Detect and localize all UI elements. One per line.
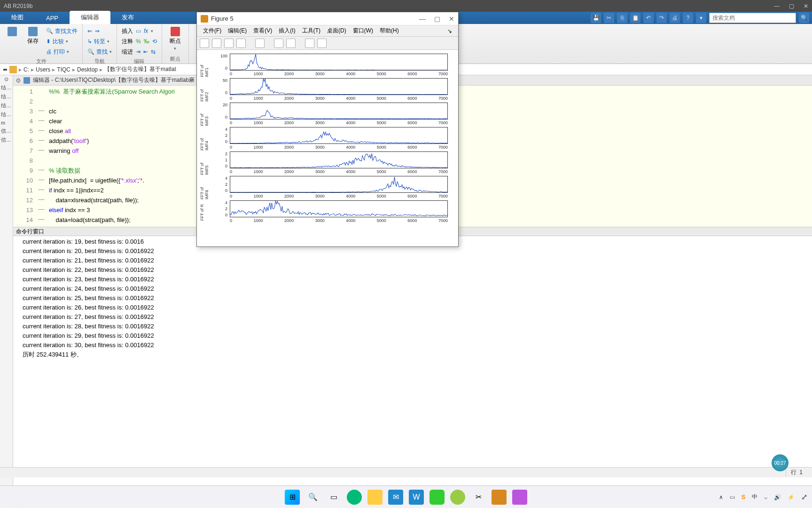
folder-icon[interactable]	[9, 66, 17, 73]
redo-icon[interactable]: ↷	[656, 13, 667, 23]
goto-button[interactable]: ↳ 转至 ▾	[87, 38, 109, 46]
cut-icon[interactable]: ✂	[604, 13, 614, 23]
chevron-icon[interactable]: ⊙	[16, 77, 21, 84]
menu-edit[interactable]: 编辑(E)	[225, 27, 250, 35]
left-tab-0[interactable]: 结果...	[0, 83, 13, 92]
figure-axes-area[interactable]: FFT of IMF110000100020003000400050006000…	[197, 50, 458, 246]
menu-insert[interactable]: 插入(I)	[275, 27, 298, 35]
command-window[interactable]: current iteration is: 19, best fitness i…	[13, 236, 812, 498]
help-icon[interactable]: ?	[683, 13, 693, 23]
browser-icon[interactable]	[450, 490, 465, 505]
wrap-btn[interactable]: ⟲	[152, 38, 157, 45]
left-dock-tabs: ⊙ 结果... 结果... 结果... 结果... m 信号... 信号...	[0, 75, 13, 508]
fig-close[interactable]: ✕	[449, 15, 454, 23]
start-button[interactable]: ⊞	[285, 490, 300, 505]
figure-titlebar[interactable]: Figure 5 — ▢ ✕	[197, 12, 458, 25]
comment-btn[interactable]: %	[136, 38, 141, 45]
indent-btn[interactable]: ⇥	[136, 48, 141, 55]
figure-window[interactable]: Figure 5 — ▢ ✕ 文件(F) 编辑(E) 查看(V) 插入(I) 工…	[196, 12, 459, 247]
paste-icon[interactable]: 📋	[630, 13, 640, 23]
dropdown-icon[interactable]: ▾	[696, 13, 706, 23]
insert-fx[interactable]: fx	[144, 28, 148, 34]
window-titlebar: AB R2019b — ▢ ✕	[0, 0, 812, 12]
group-edit-label: 编辑	[122, 58, 157, 65]
edge-icon[interactable]	[347, 490, 362, 505]
search-docs-input[interactable]	[709, 13, 796, 23]
menu-window[interactable]: 窗口(W)	[350, 27, 376, 35]
mail-icon[interactable]: ✉	[388, 490, 403, 505]
tab-apps[interactable]: APP	[35, 12, 70, 24]
arrow-icon[interactable]	[305, 39, 314, 48]
uncomment-btn[interactable]: ‰	[144, 38, 149, 45]
tray-app-icon[interactable]: ▭	[730, 494, 735, 500]
new-fig-icon[interactable]	[200, 39, 209, 48]
menu-desktop[interactable]: 桌面(D)	[324, 27, 350, 35]
fig-minimize[interactable]: —	[419, 15, 426, 23]
tab-publish[interactable]: 发布	[110, 11, 145, 24]
search-tb-icon[interactable]: 🔍	[305, 490, 320, 505]
minimize-button[interactable]: —	[774, 3, 780, 9]
left-tab-2[interactable]: 结果...	[0, 101, 13, 110]
print-button[interactable]: 🖨 打印 ▾	[46, 48, 69, 56]
save-fig-icon[interactable]	[224, 39, 234, 48]
tray-sogou-icon[interactable]: S	[742, 494, 745, 500]
file-icon	[23, 77, 30, 84]
compare-button[interactable]: ⬍ 比较 ▾	[46, 38, 68, 46]
taskview-icon[interactable]: ▭	[326, 490, 341, 505]
app-title: AB R2019b	[4, 3, 32, 9]
explorer-icon[interactable]	[367, 490, 383, 505]
menu-help[interactable]: 帮助(H)	[376, 27, 402, 35]
copy-icon[interactable]: ⎘	[617, 13, 627, 23]
wechat-icon[interactable]	[429, 490, 445, 505]
tray-wifi-icon[interactable]: ⌵	[764, 494, 767, 500]
menu-view[interactable]: 查看(V)	[250, 27, 275, 35]
folder-up-icon[interactable]: ⬌	[3, 66, 8, 73]
breakpoints-button[interactable]: 断点▾	[167, 26, 184, 52]
app-icon[interactable]	[512, 490, 527, 505]
snip-icon[interactable]: ✂	[471, 490, 486, 505]
left-tab-6[interactable]: 信号...	[0, 135, 13, 144]
left-tab-3[interactable]: 结果...	[0, 110, 13, 119]
word-icon[interactable]: W	[409, 490, 424, 505]
left-tab-5[interactable]: 信号...	[0, 127, 13, 135]
save-icon[interactable]: 💾	[591, 13, 601, 23]
save-button[interactable]: 保存	[24, 26, 41, 57]
new-button[interactable]	[5, 26, 20, 57]
tab-plots[interactable]: 绘图	[0, 11, 35, 24]
menu-more-icon[interactable]: ↘	[444, 28, 455, 34]
find-button[interactable]: 🔍 查找 ▾	[87, 48, 112, 56]
tray-ime-icon[interactable]: 中	[752, 493, 757, 501]
windows-taskbar: ⊞ 🔍 ▭ ✉ W ✂ ∧ ▭ S 中 ⌵ 🔊 ⚡ ⤢	[0, 485, 812, 508]
close-button[interactable]: ✕	[804, 3, 808, 9]
tray-volume-icon[interactable]: 🔊	[774, 494, 781, 500]
maximize-button[interactable]: ▢	[789, 3, 794, 9]
link-icon[interactable]	[255, 39, 265, 48]
undo-icon[interactable]: ↶	[643, 13, 654, 23]
open-fig-icon[interactable]	[212, 39, 221, 48]
colorbar-icon[interactable]	[286, 39, 296, 48]
search-icon[interactable]: 🔍	[799, 13, 809, 23]
left-tab-4[interactable]: m	[0, 119, 13, 127]
print-fig-icon[interactable]	[236, 39, 246, 48]
tray-expand-icon[interactable]: ∧	[719, 494, 723, 500]
matlab-icon	[201, 15, 208, 23]
left-tab-1[interactable]: 结果...	[0, 92, 13, 101]
legend-icon[interactable]	[317, 39, 327, 48]
cursor-icon[interactable]	[274, 39, 283, 48]
smartindent-btn[interactable]: ⇆	[151, 48, 156, 55]
outdent-btn[interactable]: ⇤	[143, 48, 148, 55]
tray-battery-icon[interactable]: ⚡	[788, 494, 795, 500]
find-files-button[interactable]: 🔍 查找文件	[46, 27, 78, 35]
nav-fwd[interactable]: ⇒	[95, 28, 100, 34]
fig-maximize[interactable]: ▢	[434, 15, 440, 23]
nav-back[interactable]: ⇐	[87, 28, 92, 34]
system-tray: ∧ ▭ S 中 ⌵ 🔊 ⚡ ⤢	[719, 492, 807, 501]
menu-file[interactable]: 文件(F)	[200, 27, 225, 35]
insert-section[interactable]: ▭	[136, 28, 141, 34]
dropdown-icon[interactable]: ⊙	[0, 75, 13, 83]
tab-editor[interactable]: 编辑器	[70, 11, 110, 24]
print-icon[interactable]: 🖨	[670, 13, 680, 23]
matlab-tb-icon[interactable]	[492, 490, 507, 505]
tray-cursor-icon[interactable]: ⤢	[801, 492, 807, 501]
menu-tools[interactable]: 工具(T)	[299, 27, 324, 35]
